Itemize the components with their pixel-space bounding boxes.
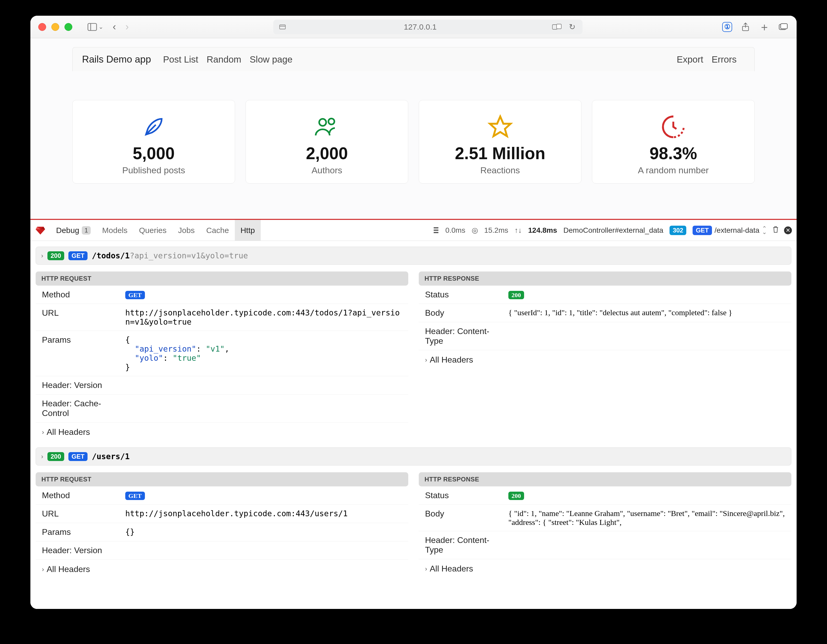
new-tab-button[interactable]: ＋ <box>759 22 770 33</box>
traffic-lights <box>38 23 72 31</box>
users-icon <box>251 112 403 141</box>
forward-button[interactable]: › <box>121 21 134 33</box>
stat-card: 98.3% A random number <box>592 100 755 184</box>
status-badge: 200 <box>47 251 64 260</box>
debugbar-tab-models[interactable]: Models <box>97 220 133 241</box>
svg-rect-0 <box>88 23 97 30</box>
nav-link-post-list[interactable]: Post List <box>163 54 198 65</box>
response-status-row: Status200 <box>419 286 791 304</box>
stat-card: 2,000 Authors <box>245 100 408 184</box>
titlebar: ⌄ ‹ › 127.0.0.1 ↻ ① ＋ <box>30 16 797 38</box>
method-badge: GET <box>69 452 87 461</box>
route-method-badge: GET <box>693 226 712 235</box>
request-header-row[interactable]: Header: Cache-Control <box>36 395 408 423</box>
stat-label: Authors <box>251 165 403 176</box>
route-chevron-icon: ⌃⌄ <box>762 227 767 233</box>
password-manager-icon[interactable]: ① <box>722 22 732 32</box>
tab-label: Http <box>240 226 255 235</box>
nav-link-export[interactable]: Export <box>677 54 703 65</box>
url-text: 127.0.0.1 <box>289 23 552 31</box>
app-brand[interactable]: Rails Demo app <box>82 54 151 65</box>
reload-button[interactable]: ↻ <box>567 22 578 33</box>
response-status-pill: 302 <box>669 226 686 235</box>
svg-rect-5 <box>557 24 561 29</box>
request-url-row: URLhttp://jsonplaceholder.typicode.com:4… <box>36 304 408 331</box>
translate-icon[interactable] <box>552 22 563 33</box>
debugbar-tab-queries[interactable]: Queries <box>133 220 172 241</box>
back-button[interactable]: ‹ <box>108 21 121 33</box>
svg-rect-16 <box>434 230 438 231</box>
cpu-time: 15.2ms <box>484 226 509 235</box>
svg-rect-17 <box>434 232 438 233</box>
all-request-headers-toggle[interactable]: ›All Headers <box>36 423 408 442</box>
route-selector[interactable]: GET /external-data ⌃⌄ <box>693 226 767 235</box>
debugbar: Debug1ModelsQueriesJobsCacheHttp 0.0ms ◎… <box>30 219 797 609</box>
response-header-row[interactable]: Header: Content-Type <box>419 322 791 350</box>
svg-rect-8 <box>781 23 788 29</box>
ruby-gem-icon[interactable] <box>35 225 45 236</box>
total-time: 124.8ms <box>528 226 557 235</box>
chevron-right-icon: › <box>425 565 427 572</box>
stacks-icon <box>433 227 439 233</box>
share-button[interactable] <box>740 22 751 33</box>
response-body-row: Body{ "userId": 1, "id": 1, "title": "de… <box>419 304 791 322</box>
http-entry-details: HTTP Request MethodGET URLhttp://jsonpla… <box>36 465 791 579</box>
all-response-headers-toggle[interactable]: ›All Headers <box>419 350 791 369</box>
tab-overview-button[interactable] <box>778 22 789 33</box>
text-size-icon[interactable] <box>278 22 289 33</box>
route-path: /external-data <box>715 226 759 235</box>
close-debugbar-button[interactable]: ✕ <box>784 226 792 234</box>
close-window-button[interactable] <box>38 23 46 31</box>
tab-label: Cache <box>206 226 229 235</box>
clear-button[interactable] <box>772 226 779 235</box>
debugbar-tabs: Debug1ModelsQueriesJobsCacheHttp 0.0ms ◎… <box>30 220 797 241</box>
debugbar-tab-jobs[interactable]: Jobs <box>172 220 200 241</box>
debugbar-tab-debug[interactable]: Debug1 <box>50 220 97 241</box>
clock-icon <box>598 112 749 141</box>
svg-point-9 <box>319 119 326 126</box>
all-request-headers-toggle[interactable]: ›All Headers <box>36 560 408 579</box>
http-response-heading: HTTP Response <box>419 472 791 486</box>
stat-card: 2.51 Million Reactions <box>419 100 582 184</box>
fullscreen-window-button[interactable] <box>64 23 72 31</box>
chevron-right-icon: › <box>41 453 43 460</box>
stat-label: Reactions <box>424 165 576 176</box>
chevron-right-icon: › <box>42 566 44 573</box>
response-header-row[interactable]: Header: Content-Type <box>419 531 791 559</box>
request-header-row[interactable]: Header: Version <box>36 541 408 560</box>
request-url-row: URLhttp://jsonplaceholder.typicode.com:4… <box>36 505 408 523</box>
request-method-row: MethodGET <box>36 286 408 304</box>
feather-icon <box>78 112 229 141</box>
debugbar-tab-cache[interactable]: Cache <box>200 220 235 241</box>
response-status-row: Status200 <box>419 486 791 505</box>
cpu-icon: ◎ <box>472 226 478 235</box>
request-method-row: MethodGET <box>36 486 408 505</box>
status-badge: 200 <box>509 291 524 299</box>
chevron-right-icon: › <box>425 356 427 364</box>
stat-value: 2.51 Million <box>424 144 576 163</box>
request-params-row: Params{ "api_version": "v1", "yolo": "tr… <box>36 331 408 376</box>
debugbar-body[interactable]: › 200 GET /todos/1?api_version=v1&yolo=t… <box>30 241 797 609</box>
all-response-headers-toggle[interactable]: ›All Headers <box>419 559 791 578</box>
svg-marker-11 <box>490 116 510 136</box>
nav-link-random[interactable]: Random <box>206 54 241 65</box>
stat-value: 98.3% <box>598 144 749 163</box>
sidebar-toggle-button[interactable]: ⌄ <box>83 23 108 31</box>
http-request-heading: HTTP Request <box>36 472 408 486</box>
tab-label: Queries <box>139 226 166 235</box>
page-content-scroll[interactable]: Rails Demo app Post List Random Slow pag… <box>30 38 797 219</box>
debugbar-tab-http[interactable]: Http <box>235 220 261 241</box>
nav-link-slow[interactable]: Slow page <box>250 54 292 65</box>
request-header-row[interactable]: Header: Version <box>36 376 408 395</box>
http-entry-header[interactable]: › 200 GET /todos/1?api_version=v1&yolo=t… <box>36 247 791 264</box>
http-response-heading: HTTP Response <box>419 271 791 286</box>
stat-value: 5,000 <box>78 144 229 163</box>
nav-link-errors[interactable]: Errors <box>712 54 736 65</box>
request-path: /users/1 <box>92 452 130 461</box>
url-bar[interactable]: 127.0.0.1 ↻ <box>273 20 582 34</box>
browser-window: ⌄ ‹ › 127.0.0.1 ↻ ① ＋ <box>30 16 797 609</box>
request-params-row: Params{} <box>36 523 408 541</box>
minimize-window-button[interactable] <box>51 23 59 31</box>
tab-label: Debug <box>56 226 79 235</box>
http-entry-header[interactable]: › 200 GET /users/1 <box>36 447 791 465</box>
